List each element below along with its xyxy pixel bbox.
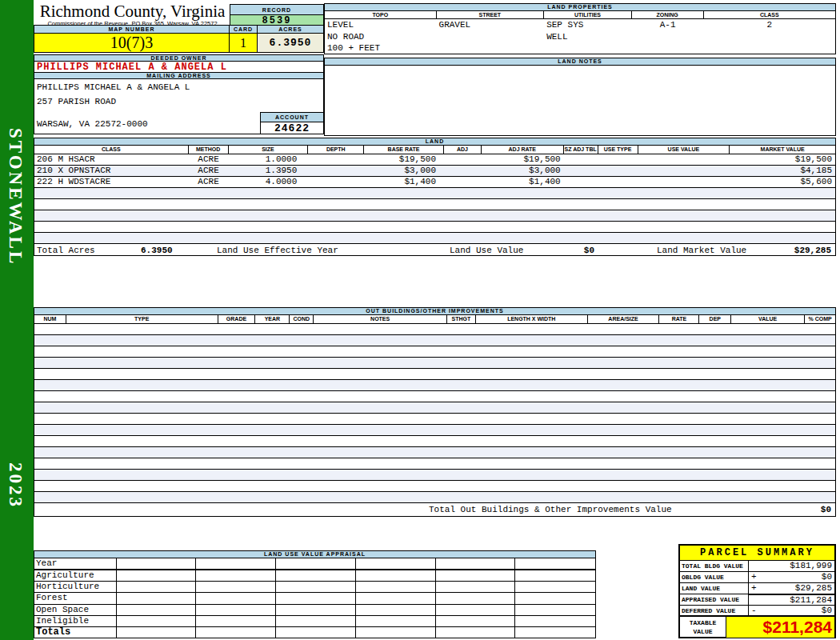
land-row: 210 X OPNSTACR ACRE 1.3950 $3,000 $3,000…	[34, 166, 835, 177]
land-sz-adj-tbl	[564, 166, 598, 176]
land-notes-text	[325, 66, 835, 69]
column-header-size: SIZE	[229, 146, 309, 154]
land-use-type	[598, 177, 638, 187]
county-header: Richmond County, Virginia Commissioner o…	[35, 2, 230, 25]
column-header-area-size: AREA/SIZE	[588, 315, 660, 323]
summary-value: $0	[822, 572, 832, 582]
taxable-value-amount: $211,284	[726, 617, 834, 638]
summary-value: $0	[822, 606, 832, 615]
taxable-value-row: TAXABLE VALUE $211,284	[680, 617, 834, 638]
appraisal-row-label: Open Space	[34, 605, 117, 615]
land-adj	[444, 166, 482, 176]
out-buildings-empty-row	[34, 414, 835, 425]
land-use-value-label: Land Use Value	[450, 246, 523, 255]
appraisal-row-label: Totals	[34, 627, 117, 638]
map-number-value: 10(7)3	[34, 33, 230, 53]
out-buildings-empty-row	[34, 346, 835, 358]
mailing-address-line: WARSAW, VA 22572-0000	[37, 119, 148, 129]
land-market-value-amount: $29,285	[794, 246, 831, 255]
record-label: RECORD	[230, 4, 324, 15]
land-use-value	[638, 177, 730, 187]
column-header-utilities: UTILITIES	[544, 11, 632, 18]
land-market-value: $19,500	[730, 154, 835, 165]
column-header-topo: TOPO	[325, 11, 437, 18]
column-header-use-type: USE TYPE	[598, 146, 638, 154]
utilities-values: SEP SYS WELL	[544, 19, 632, 54]
parcel-summary-row: TOTAL BLDG VALUE $181,999	[680, 561, 834, 572]
column-header-notes: NOTES	[314, 315, 447, 323]
year-sidebar-label: 2023	[5, 462, 26, 509]
zoning-values: A-1	[632, 19, 704, 54]
street-value: GRAVEL	[439, 19, 545, 31]
card-value: 1	[229, 33, 258, 53]
land-notes-section: LAND NOTES	[324, 58, 836, 136]
out-buildings-total-value: $0	[821, 505, 831, 514]
out-buildings-empty-row	[34, 380, 835, 391]
appraisal-row-label: Agriculture	[34, 570, 117, 581]
county-title: Richmond County, Virginia	[35, 2, 230, 20]
land-market-value-label: Land Market Value	[657, 246, 746, 255]
out-buildings-total-row: Total Out Buildings & Other Improvements…	[34, 503, 835, 517]
out-buildings-empty-row	[34, 391, 835, 402]
column-header-depth: DEPTH	[308, 146, 364, 154]
land-size: 1.3950	[229, 166, 309, 176]
land-use-type	[598, 154, 638, 165]
land-properties-section: LAND PROPERTIES TOPO STREET UTILITIES ZO…	[324, 3, 836, 54]
class-values: 2	[704, 19, 835, 54]
topo-values: LEVEL NO ROAD 100 + FEET	[325, 19, 437, 54]
mailing-address-line: 257 PARISH ROAD	[37, 97, 116, 106]
land-section: LAND CLASS METHOD SIZE DEPTH BASE RATE A…	[34, 138, 836, 256]
summary-label: APPRAISED VALUE	[680, 594, 749, 605]
street-values: GRAVEL	[437, 19, 545, 54]
appraisal-row-label: Ineligible	[34, 616, 117, 626]
record-card: Richmond County, Virginia Commissioner o…	[34, 0, 840, 640]
summary-value: $181,999	[790, 561, 832, 571]
summary-label: LAND VALUE	[680, 583, 749, 594]
land-class: 222 H WDSTACRE	[34, 177, 189, 187]
out-buildings-empty-row	[34, 470, 835, 481]
column-header-sthgt: STHGT	[447, 315, 476, 323]
land-market-value: $4,185	[730, 166, 835, 176]
column-header-method: METHOD	[189, 146, 229, 154]
column-header-dep: DEP	[699, 315, 731, 323]
land-empty-row	[34, 210, 835, 222]
land-base-rate: $3,000	[364, 166, 444, 176]
out-buildings-empty-row	[34, 447, 835, 458]
property-record-card-page: STONEWALL 2023 Richmond County, Virginia…	[0, 0, 840, 640]
column-header-adj-rate: ADJ RATE	[482, 146, 564, 154]
effective-year-label: Land Use Effective Year	[217, 246, 338, 255]
taxable-value-label: TAXABLE VALUE	[680, 617, 726, 638]
land-size: 1.0000	[229, 154, 309, 165]
parcel-summary-row: LAND VALUE +$29,285	[680, 583, 834, 594]
appraisal-row: Horticulture	[34, 582, 595, 593]
land-base-rate: $1,400	[364, 177, 444, 187]
out-buildings-empty-row	[34, 436, 835, 447]
appraisal-row: Forest	[34, 593, 595, 604]
column-header-zoning: ZONING	[632, 11, 704, 18]
appraisal-row-label: Year	[34, 558, 117, 569]
land-header-row: CLASS METHOD SIZE DEPTH BASE RATE ADJ AD…	[34, 146, 835, 154]
topo-value: LEVEL	[327, 19, 437, 31]
land-properties-values: LEVEL NO ROAD 100 + FEET GRAVEL SEP SYS …	[325, 19, 835, 54]
land-use-value-amount: $0	[546, 246, 594, 255]
column-header-sz-adj-tbl: SZ ADJ TBL	[564, 146, 598, 154]
appraisal-row: Year	[34, 558, 595, 570]
column-header-class: CLASS	[704, 11, 835, 18]
land-sz-adj-tbl	[564, 154, 598, 165]
out-buildings-total-label: Total Out Buildings & Other Improvements…	[429, 505, 672, 514]
appraisal-row-label: Forest	[34, 593, 117, 603]
parcel-summary-row: APPRAISED VALUE $211,284	[680, 594, 834, 606]
column-header-year: YEAR	[255, 315, 290, 323]
land-properties-title: LAND PROPERTIES	[325, 4, 835, 11]
column-header-use-value: USE VALUE	[638, 146, 730, 154]
land-depth	[308, 166, 364, 176]
out-buildings-empty-row	[34, 358, 835, 369]
summary-label: TOTAL BLDG VALUE	[680, 561, 749, 571]
out-buildings-empty-row	[34, 481, 835, 492]
out-buildings-empty-row	[34, 458, 835, 470]
land-depth	[308, 177, 364, 187]
land-use-appraisal-title: LAND USE VALUE APPRAISAL	[34, 551, 595, 558]
out-buildings-empty-row	[34, 402, 835, 414]
appraisal-row-label: Horticulture	[34, 582, 117, 592]
land-sz-adj-tbl	[564, 177, 598, 187]
